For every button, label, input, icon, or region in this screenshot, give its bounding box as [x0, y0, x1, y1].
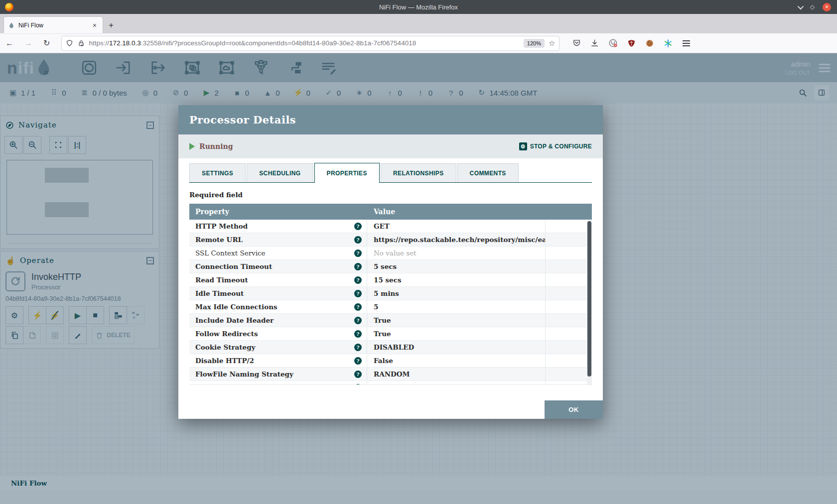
help-icon[interactable]: ? — [354, 344, 362, 351]
window-minimize-icon[interactable] — [797, 3, 804, 9]
url-host: 172.18.0.3 — [109, 39, 141, 47]
property-value[interactable]: DISABLED — [367, 341, 546, 354]
property-value[interactable]: RANDOM — [367, 368, 546, 380]
property-value[interactable]: No value set — [367, 381, 546, 385]
dialog-title: Processor Details — [189, 114, 296, 126]
window-close-icon[interactable]: × — [823, 3, 831, 11]
property-row: HTTP Method? GET — [189, 220, 592, 233]
help-icon[interactable]: ? — [354, 290, 362, 297]
help-icon[interactable]: ? — [354, 303, 362, 311]
bookmark-star-icon[interactable]: ☆ — [549, 39, 555, 48]
help-icon[interactable]: ? — [354, 384, 362, 385]
help-icon[interactable]: ? — [354, 223, 362, 230]
property-value[interactable]: https://repo.stackable.tech/repository/m… — [367, 233, 546, 246]
back-button[interactable]: ← — [0, 39, 19, 48]
help-icon[interactable]: ? — [354, 276, 362, 284]
tab-comments[interactable]: COMMENTS — [457, 163, 519, 182]
property-name: Follow Redirects — [195, 330, 258, 338]
property-value[interactable]: 5 secs — [367, 260, 546, 273]
help-icon[interactable]: ? — [354, 263, 362, 270]
shield-icon[interactable] — [66, 39, 73, 47]
property-row: Idle Timeout? 5 mins — [189, 287, 592, 300]
stop-configure-gear-icon: ⚙ — [519, 142, 527, 150]
cookie-extension-icon[interactable] — [645, 39, 654, 48]
value-column-header: Value — [367, 204, 546, 220]
window-maximize-icon[interactable]: ◇ — [810, 3, 815, 10]
downloads-icon[interactable] — [590, 39, 599, 47]
url-bar[interactable]: https://172.18.0.3:32558/nifi/?processGr… — [61, 36, 559, 51]
property-row: Follow Redirects? True — [189, 327, 592, 341]
ublock-origin-icon[interactable] — [627, 39, 636, 48]
property-row: Disable HTTP/2? False — [189, 354, 592, 368]
tab-relationships[interactable]: RELATIONSHIPS — [381, 163, 456, 182]
property-value[interactable]: 5 — [367, 300, 546, 313]
property-name: Idle Timeout — [195, 289, 244, 297]
tab-scheduling[interactable]: SCHEDULING — [247, 163, 313, 182]
help-icon[interactable]: ? — [354, 317, 362, 324]
properties-table: Property Value HTTP Method? GET Remote U… — [189, 204, 592, 385]
property-name: Cookie Strategy — [195, 343, 255, 351]
required-field-note: Required field — [189, 191, 592, 199]
property-value[interactable]: False — [367, 354, 546, 367]
tab-properties[interactable]: PROPERTIES — [314, 163, 380, 183]
property-row: Cookie Strategy? DISABLED — [189, 341, 592, 354]
forward-button[interactable]: → — [19, 39, 38, 48]
tab-title: NiFi Flow — [18, 22, 91, 29]
pocket-icon[interactable] — [572, 39, 581, 47]
property-row: Attributes to Send? No value set — [189, 381, 592, 385]
window-titlebar: NiFi Flow — Mozilla Firefox ◇ × — [0, 0, 837, 14]
lock-warning-icon[interactable] — [78, 40, 85, 47]
help-icon[interactable]: ? — [354, 236, 362, 244]
browser-tab[interactable]: NiFi Flow × — [4, 17, 103, 33]
url-rest: :32558/nifi/?processGroupId=root&compone… — [141, 39, 416, 47]
property-name: HTTP Method — [195, 222, 248, 230]
property-name: Attributes to Send — [195, 383, 258, 385]
property-name: Connection Timeout — [195, 262, 272, 270]
property-value[interactable]: 5 mins — [367, 287, 546, 300]
sparkle-extension-icon[interactable] — [664, 39, 673, 48]
property-name: Include Date Header — [195, 316, 274, 324]
dialog-header: Processor Details — [178, 105, 603, 134]
ok-button[interactable]: OK — [545, 400, 603, 419]
nifi-page: nifi admin LOG OUT ▣ 1 / 1 ⠿ 0 ≣ 0 / 0 b… — [0, 53, 837, 504]
multi-account-containers-icon[interactable] — [608, 38, 618, 48]
scrollbar-thumb[interactable] — [587, 221, 591, 377]
property-value[interactable]: True — [367, 327, 546, 340]
property-row: Read Timeout? 15 secs — [189, 273, 592, 287]
new-tab-button[interactable]: + — [103, 20, 120, 33]
url-text: https://172.18.0.3:32558/nifi/?processGr… — [89, 39, 523, 47]
browser-menu-icon[interactable] — [683, 40, 690, 46]
browser-navbar: ← → ↻ https://172.18.0.3:32558/nifi/?pro… — [0, 33, 837, 53]
property-name: Remote URL — [195, 236, 243, 244]
property-row: Remote URL? https://repo.stackable.tech/… — [189, 233, 592, 247]
running-status-icon — [189, 143, 195, 150]
property-name: SSL Context Service — [195, 249, 266, 257]
property-value[interactable]: No value set — [367, 247, 546, 259]
property-name: FlowFile Naming Strategy — [195, 370, 293, 378]
stop-and-configure-button[interactable]: ⚙ STOP & CONFIGURE — [519, 142, 592, 150]
property-value[interactable]: GET — [367, 220, 546, 233]
running-status-label: Running — [199, 142, 233, 150]
browser-tabstrip: NiFi Flow × + — [0, 14, 837, 33]
help-icon[interactable]: ? — [354, 371, 362, 378]
extension-toolbar — [572, 38, 673, 48]
help-icon[interactable]: ? — [354, 250, 362, 257]
property-name: Read Timeout — [195, 276, 248, 284]
property-row: SSL Context Service? No value set — [189, 247, 592, 260]
property-value[interactable]: True — [367, 314, 546, 327]
tab-settings[interactable]: SETTINGS — [189, 163, 246, 182]
help-icon[interactable]: ? — [354, 357, 362, 365]
window-title: NiFi Flow — Mozilla Firefox — [0, 3, 837, 11]
property-row: Include Date Header? True — [189, 314, 592, 327]
property-name: Disable HTTP/2 — [195, 357, 254, 365]
table-scrollbar[interactable] — [587, 220, 592, 384]
dialog-status-row: Running ⚙ STOP & CONFIGURE — [178, 134, 603, 158]
help-icon[interactable]: ? — [354, 330, 362, 338]
property-row: FlowFile Naming Strategy? RANDOM — [189, 368, 592, 381]
reload-button[interactable]: ↻ — [38, 38, 55, 48]
zoom-level-badge[interactable]: 120% — [524, 39, 545, 48]
tab-close-icon[interactable]: × — [91, 21, 99, 29]
properties-table-header: Property Value — [189, 204, 592, 220]
nifi-favicon — [8, 22, 15, 29]
property-value[interactable]: 15 secs — [367, 273, 546, 286]
